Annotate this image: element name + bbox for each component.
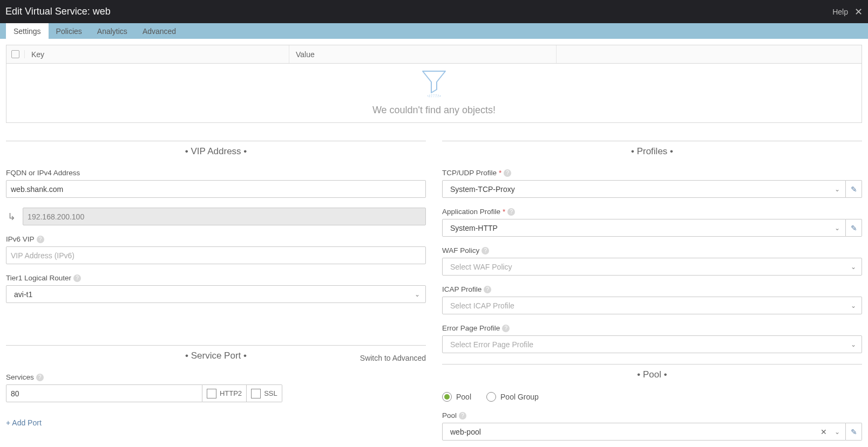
tab-settings[interactable]: Settings	[6, 23, 49, 39]
modal-header: Edit Virtual Service: web Help ✕	[0, 0, 868, 23]
chevron-down-icon: ⌄	[851, 263, 856, 271]
edit-pool-button[interactable]: ✎	[846, 423, 862, 441]
ip-input[interactable]	[23, 208, 426, 225]
empty-message: We couldn't find any objects!	[372, 105, 496, 116]
tier1-select[interactable]: avi-t1 ⌄	[6, 285, 426, 303]
select-all-checkbox[interactable]	[6, 50, 25, 58]
chevron-down-icon: ⌄	[415, 291, 420, 298]
add-port-link[interactable]: + Add Port	[6, 418, 42, 427]
pencil-icon: ✎	[851, 224, 857, 232]
label-ipv6: IPv6 VIP ?	[6, 235, 426, 243]
help-icon[interactable]: ?	[73, 274, 81, 282]
chevron-down-icon: ⌄	[835, 185, 840, 193]
modal-title: Edit Virtual Service: web	[5, 6, 111, 17]
pool-select[interactable]: web-pool ✕ ⌄	[442, 423, 846, 441]
label-error-page: Error Page Profile ?	[442, 324, 862, 332]
label-app-profile: Application Profile* ?	[442, 208, 862, 216]
app-profile-select[interactable]: System-HTTP⌄	[442, 219, 846, 237]
tab-analytics[interactable]: Analytics	[90, 23, 135, 39]
label-icap: ICAP Profile ?	[442, 285, 862, 293]
label-fqdn: FQDN or IPv4 Address	[6, 169, 426, 177]
svg-point-0	[428, 95, 440, 97]
http2-checkbox[interactable]: HTTP2	[202, 384, 247, 402]
radio-pool[interactable]: Pool	[442, 392, 471, 402]
label-tcpudp: TCP/UDP Profile* ?	[442, 169, 862, 177]
icap-profile-select[interactable]: Select ICAP Profile⌄	[442, 297, 862, 314]
label-tier1: Tier1 Logical Router ?	[6, 274, 426, 282]
tab-policies[interactable]: Policies	[49, 23, 90, 39]
clear-icon[interactable]: ✕	[820, 428, 827, 436]
help-icon[interactable]: ?	[482, 247, 489, 255]
help-icon[interactable]: ?	[504, 169, 511, 177]
column-key: Key	[25, 45, 289, 63]
pencil-icon: ✎	[851, 185, 857, 194]
ssl-checkbox[interactable]: SSL	[247, 384, 282, 402]
section-vip-address: • VIP Address •	[6, 141, 426, 157]
error-page-select[interactable]: Select Error Page Profile⌄	[442, 335, 862, 353]
help-icon[interactable]: ?	[37, 236, 44, 243]
tab-advanced[interactable]: Advanced	[135, 23, 184, 39]
tab-bar: Settings Policies Analytics Advanced	[0, 23, 868, 39]
label-waf: WAF Policy ?	[442, 246, 862, 255]
help-link[interactable]: Help	[832, 8, 848, 16]
waf-policy-select[interactable]: Select WAF Policy⌄	[442, 258, 862, 276]
chevron-down-icon: ⌄	[851, 341, 856, 348]
radio-pool-group[interactable]: Pool Group	[486, 392, 539, 402]
close-icon[interactable]: ✕	[855, 6, 863, 18]
edit-tcpudp-button[interactable]: ✎	[846, 180, 862, 198]
help-icon[interactable]: ?	[507, 208, 515, 216]
section-profiles: • Profiles •	[442, 141, 862, 157]
tcpudp-select[interactable]: System-TCP-Proxy⌄	[442, 180, 846, 198]
chevron-down-icon: ⌄	[851, 302, 856, 310]
label-services: Services ?	[6, 373, 426, 381]
column-value: Value	[289, 45, 557, 63]
help-icon[interactable]: ?	[36, 374, 44, 381]
help-icon[interactable]: ?	[484, 286, 491, 293]
fqdn-input[interactable]	[6, 180, 426, 198]
edit-app-profile-button[interactable]: ✎	[846, 219, 862, 237]
ipv6-input[interactable]	[6, 246, 426, 264]
funnel-icon	[422, 70, 446, 97]
help-icon[interactable]: ?	[502, 325, 510, 332]
chevron-down-icon: ⌄	[835, 224, 840, 232]
pencil-icon: ✎	[851, 428, 857, 436]
section-pool: • Pool •	[442, 364, 862, 380]
label-pool: Pool ?	[442, 411, 862, 420]
service-port-input[interactable]	[6, 384, 202, 402]
switch-to-advanced-link[interactable]: Switch to Advanced	[360, 354, 426, 362]
kv-table-header: Key Value	[6, 45, 862, 64]
chevron-down-icon: ⌄	[835, 428, 840, 436]
help-icon[interactable]: ?	[459, 412, 466, 420]
sub-arrow-icon: ↳	[6, 211, 17, 223]
empty-state: We couldn't find any objects!	[6, 64, 862, 123]
